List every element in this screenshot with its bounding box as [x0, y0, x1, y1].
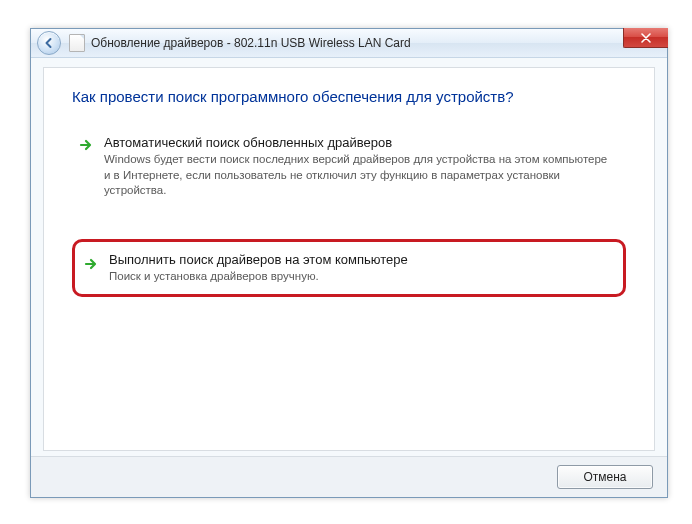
option-auto-search[interactable]: Автоматический поиск обновленных драйвер… — [72, 125, 626, 209]
window-title: Обновление драйверов - 802.11n USB Wirel… — [91, 36, 411, 50]
arrow-right-icon — [83, 256, 99, 272]
close-button[interactable] — [623, 28, 668, 48]
cancel-button-label: Отмена — [583, 470, 626, 484]
option-auto-desc: Windows будет вести поиск последних верс… — [104, 152, 616, 199]
close-icon — [641, 33, 651, 43]
cancel-button[interactable]: Отмена — [557, 465, 653, 489]
arrow-left-icon — [43, 37, 55, 49]
dialog-window: Обновление драйверов - 802.11n USB Wirel… — [30, 28, 668, 498]
option-manual-search[interactable]: Выполнить поиск драйверов на этом компью… — [77, 244, 621, 293]
arrow-right-icon — [78, 137, 94, 153]
document-icon — [69, 34, 85, 52]
dialog-footer: Отмена — [31, 456, 667, 497]
highlight-callout: Выполнить поиск драйверов на этом компью… — [72, 239, 626, 298]
option-manual-title: Выполнить поиск драйверов на этом компью… — [109, 252, 611, 267]
content-area: Как провести поиск программного обеспече… — [43, 67, 655, 451]
page-heading: Как провести поиск программного обеспече… — [72, 88, 626, 105]
option-manual-desc: Поиск и установка драйверов вручную. — [109, 269, 611, 285]
back-button[interactable] — [37, 31, 61, 55]
option-auto-title: Автоматический поиск обновленных драйвер… — [104, 135, 616, 150]
titlebar: Обновление драйверов - 802.11n USB Wirel… — [31, 29, 667, 58]
